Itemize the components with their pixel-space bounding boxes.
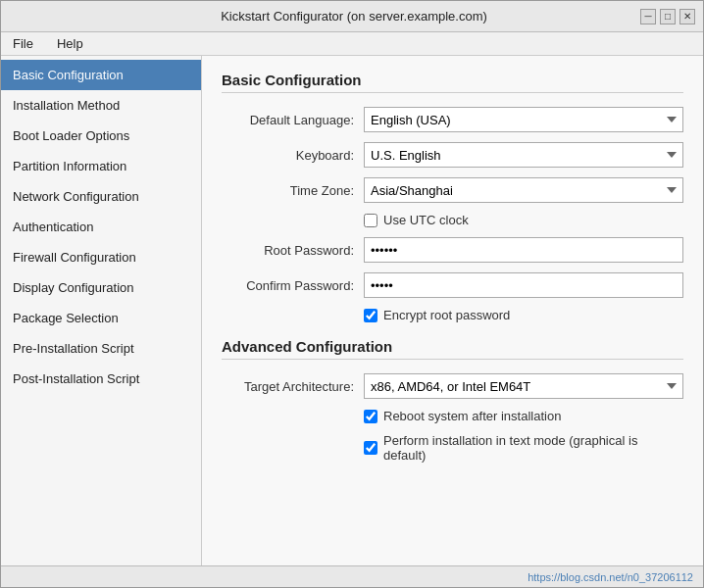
root-password-input[interactable] bbox=[364, 237, 683, 263]
timezone-label: Time Zone: bbox=[222, 183, 364, 198]
keyboard-label: Keyboard: bbox=[222, 148, 364, 163]
keyboard-control: U.S. English French German bbox=[364, 142, 683, 168]
keyboard-row: Keyboard: U.S. English French German bbox=[222, 142, 683, 168]
footer-bar: https://blog.csdn.net/n0_37206112 bbox=[1, 565, 703, 587]
help-menu[interactable]: Help bbox=[53, 34, 87, 53]
text-mode-row: Perform installation in text mode (graph… bbox=[222, 433, 683, 463]
timezone-control: Asia/Shanghai America/New_York Europe/Lo… bbox=[364, 177, 683, 203]
reboot-text: Reboot system after installation bbox=[383, 409, 561, 423]
default-language-row: Default Language: English (USA) French G… bbox=[222, 107, 683, 132]
default-language-label: Default Language: bbox=[222, 113, 364, 127]
confirm-password-input[interactable] bbox=[364, 272, 683, 298]
text-mode-label[interactable]: Perform installation in text mode (graph… bbox=[364, 433, 683, 463]
reboot-checkbox[interactable] bbox=[364, 410, 377, 423]
encrypt-root-text: Encrypt root password bbox=[383, 308, 510, 322]
content-area: Basic Configuration Default Language: En… bbox=[202, 56, 703, 565]
footer-url: https://blog.csdn.net/n0_37206112 bbox=[528, 571, 693, 583]
sidebar-item-partition-information[interactable]: Partition Information bbox=[1, 151, 201, 181]
window-controls: ─ □ ✕ bbox=[640, 9, 695, 24]
root-password-row: Root Password: bbox=[222, 237, 683, 263]
advanced-config-section: Advanced Configuration Target Architectu… bbox=[222, 338, 683, 463]
utc-clock-checkbox[interactable] bbox=[364, 214, 377, 227]
text-mode-checkbox[interactable] bbox=[364, 441, 377, 455]
confirm-password-control bbox=[364, 272, 683, 298]
default-language-select[interactable]: English (USA) French German Spanish bbox=[364, 107, 683, 132]
encrypt-root-label[interactable]: Encrypt root password bbox=[364, 308, 510, 322]
confirm-password-label: Confirm Password: bbox=[222, 278, 364, 293]
keyboard-select[interactable]: U.S. English French German bbox=[364, 142, 683, 168]
utc-clock-text: Use UTC clock bbox=[383, 213, 469, 227]
reboot-label[interactable]: Reboot system after installation bbox=[364, 409, 561, 423]
main-window: Kickstart Configurator (on server.exampl… bbox=[0, 0, 704, 588]
encrypt-root-row: Encrypt root password bbox=[222, 308, 683, 322]
main-content: Basic ConfigurationInstallation MethodBo… bbox=[1, 56, 703, 565]
window-title: Kickstart Configurator (on server.exampl… bbox=[68, 9, 640, 24]
close-button[interactable]: ✕ bbox=[679, 9, 695, 24]
sidebar-item-firewall-configuration[interactable]: Firewall Configuration bbox=[1, 242, 201, 272]
sidebar-item-package-selection[interactable]: Package Selection bbox=[1, 303, 201, 333]
target-arch-control: x86, AMD64, or Intel EM64T x86 only AMD6… bbox=[364, 373, 683, 399]
text-mode-text: Perform installation in text mode (graph… bbox=[383, 433, 683, 463]
reboot-row: Reboot system after installation bbox=[222, 409, 683, 423]
advanced-config-title: Advanced Configuration bbox=[222, 338, 683, 360]
confirm-password-row: Confirm Password: bbox=[222, 272, 683, 298]
utc-clock-row: Use UTC clock bbox=[222, 213, 683, 227]
basic-config-title: Basic Configuration bbox=[222, 72, 683, 93]
timezone-select[interactable]: Asia/Shanghai America/New_York Europe/Lo… bbox=[364, 177, 683, 203]
menu-bar: File Help bbox=[1, 32, 703, 56]
sidebar-item-display-configuration[interactable]: Display Configuration bbox=[1, 272, 201, 303]
default-language-control: English (USA) French German Spanish bbox=[364, 107, 683, 132]
maximize-button[interactable]: □ bbox=[660, 9, 676, 24]
sidebar-item-post-installation-script[interactable]: Post-Installation Script bbox=[1, 364, 201, 394]
sidebar: Basic ConfigurationInstallation MethodBo… bbox=[1, 56, 202, 565]
timezone-row: Time Zone: Asia/Shanghai America/New_Yor… bbox=[222, 177, 683, 203]
sidebar-item-basic-configuration[interactable]: Basic Configuration bbox=[1, 60, 201, 90]
sidebar-item-pre-installation-script[interactable]: Pre-Installation Script bbox=[1, 333, 201, 364]
target-arch-select[interactable]: x86, AMD64, or Intel EM64T x86 only AMD6… bbox=[364, 373, 683, 399]
title-bar: Kickstart Configurator (on server.exampl… bbox=[1, 1, 703, 32]
root-password-label: Root Password: bbox=[222, 243, 364, 258]
root-password-control bbox=[364, 237, 683, 263]
sidebar-item-authentication[interactable]: Authentication bbox=[1, 212, 201, 242]
minimize-button[interactable]: ─ bbox=[640, 9, 656, 24]
sidebar-item-boot-loader-options[interactable]: Boot Loader Options bbox=[1, 121, 201, 151]
sidebar-item-network-configuration[interactable]: Network Configuration bbox=[1, 181, 201, 212]
target-arch-row: Target Architecture: x86, AMD64, or Inte… bbox=[222, 373, 683, 399]
target-arch-label: Target Architecture: bbox=[222, 379, 364, 394]
utc-clock-label[interactable]: Use UTC clock bbox=[364, 213, 469, 227]
sidebar-item-installation-method[interactable]: Installation Method bbox=[1, 90, 201, 121]
encrypt-root-checkbox[interactable] bbox=[364, 309, 377, 322]
file-menu[interactable]: File bbox=[9, 34, 37, 53]
